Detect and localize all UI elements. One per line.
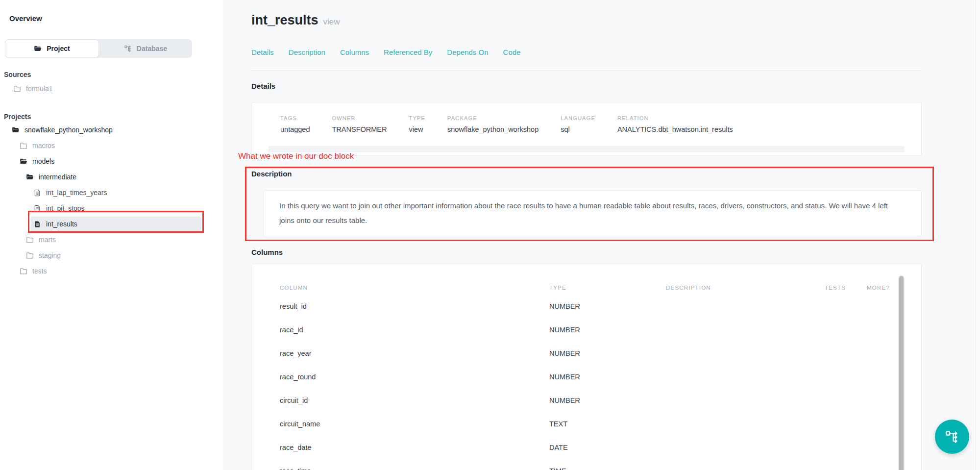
detail-field-value: view xyxy=(409,125,425,133)
tab-code[interactable]: Code xyxy=(503,48,521,56)
tree-item-macros[interactable]: macros xyxy=(0,138,223,153)
detail-field-language: LANGUAGEsql xyxy=(561,115,595,133)
column-name-cell: race_year xyxy=(280,349,549,357)
tree-item-intermediate[interactable]: intermediate xyxy=(0,169,223,185)
detail-field-value: untagged xyxy=(280,125,310,133)
folder-icon xyxy=(20,142,27,149)
folder-open-icon xyxy=(20,157,27,165)
projects-heading: Projects xyxy=(4,113,223,121)
tree-item-marts[interactable]: marts xyxy=(0,232,223,247)
detail-field-type: TYPEview xyxy=(409,115,425,133)
column-header-type: TYPE xyxy=(549,285,666,291)
tree-item-label: int_results xyxy=(46,220,77,228)
description-section-heading: Description xyxy=(251,170,292,178)
tab-columns[interactable]: Columns xyxy=(340,48,369,56)
table-row-race-year[interactable]: race_yearNUMBER xyxy=(252,342,921,365)
annotation-doc-block-label: What we wrote in our doc block xyxy=(238,151,354,161)
table-row-race-date[interactable]: race_dateDATE xyxy=(252,436,921,459)
detail-field-package: PACKAGEsnowflake_python_workshop xyxy=(447,115,539,133)
title-bar: int_results view xyxy=(251,13,340,28)
columns-table-body: result_idNUMBERrace_idNUMBERrace_yearNUM… xyxy=(252,295,921,470)
column-header-tests: TESTS xyxy=(825,285,867,291)
file-solid-icon xyxy=(34,221,41,228)
column-name-cell: result_id xyxy=(280,302,549,310)
columns-card: COLUMNTYPEDESCRIPTIONTESTSMORE? result_i… xyxy=(251,264,922,470)
table-row-result-id[interactable]: result_idNUMBER xyxy=(252,295,921,318)
tab-bar: DetailsDescriptionColumnsReferenced ByDe… xyxy=(251,48,520,56)
tree-item-label: formula1 xyxy=(26,85,52,93)
tree-item-label: int_pit_stops xyxy=(46,204,85,212)
column-name-cell: circuit_id xyxy=(280,396,549,404)
folder-icon xyxy=(26,236,34,244)
detail-field-relation: RELATIONANALYTICS.dbt_hwatson.int_result… xyxy=(617,115,733,133)
table-row-race-round[interactable]: race_roundNUMBER xyxy=(252,365,921,389)
table-row-race-time[interactable]: race_timeTIME xyxy=(252,459,921,470)
detail-field-label: OWNER xyxy=(332,115,387,121)
description-card: In this query we want to join out other … xyxy=(263,190,922,237)
column-type-cell: NUMBER xyxy=(549,396,666,404)
detail-field-label: TYPE xyxy=(409,115,425,121)
detail-field-owner: OWNERTRANSFORMER xyxy=(332,115,387,133)
sources-list: formula1 xyxy=(0,81,223,96)
folder-icon xyxy=(13,85,21,93)
lineage-graph-button[interactable] xyxy=(935,420,969,454)
table-row-race-id[interactable]: race_idNUMBER xyxy=(252,318,921,342)
tree-item-int-results[interactable]: int_results xyxy=(0,216,223,232)
tree-item-models[interactable]: models xyxy=(0,153,223,169)
tree-item-label: snowflake_python_workshop xyxy=(24,126,113,134)
details-fields: TAGSuntaggedOWNERTRANSFORMERTYPEviewPACK… xyxy=(252,102,921,133)
table-row-circuit-name[interactable]: circuit_nameTEXT xyxy=(252,412,921,436)
details-section-heading: Details xyxy=(251,82,275,90)
database-toggle-label: Database xyxy=(137,45,167,52)
overview-link[interactable]: Overview xyxy=(9,15,223,23)
project-toggle-button[interactable]: Project xyxy=(5,39,99,58)
tab-details[interactable]: Details xyxy=(251,48,274,56)
column-type-cell: NUMBER xyxy=(549,349,666,357)
page-scrollbar-track[interactable] xyxy=(976,0,980,470)
tab-depends-on[interactable]: Depends On xyxy=(447,48,488,56)
tree-item-label: intermediate xyxy=(39,173,76,181)
columns-scrollbar-thumb[interactable] xyxy=(899,276,904,470)
description-text: In this query we want to join out other … xyxy=(264,191,921,228)
detail-field-value: ANALYTICS.dbt_hwatson.int_results xyxy=(617,125,733,133)
tree-item-tests[interactable]: tests xyxy=(0,263,223,279)
column-header-column: COLUMN xyxy=(280,285,549,291)
folder-icon xyxy=(20,267,27,275)
tree-item-int-lap-times-years[interactable]: int_lap_times_years xyxy=(0,185,223,200)
dbt-docs-app: Overview Project Database Sources formul… xyxy=(0,0,980,470)
tree-item-label: int_lap_times_years xyxy=(46,189,107,197)
project-tree: snowflake_python_workshopmacrosmodelsint… xyxy=(0,122,223,279)
tree-item-formula1[interactable]: formula1 xyxy=(0,81,223,96)
folder-open-icon xyxy=(12,126,20,134)
column-name-cell: race_time xyxy=(280,467,549,470)
tree-item-label: staging xyxy=(39,251,61,259)
detail-field-value: snowflake_python_workshop xyxy=(447,125,539,133)
tab-divider xyxy=(251,70,922,71)
tree-item-label: macros xyxy=(32,142,55,149)
column-type-cell: DATE xyxy=(549,444,666,451)
view-toggle: Project Database xyxy=(5,39,192,58)
database-toggle-button[interactable]: Database xyxy=(99,39,192,58)
collapsed-row-strip xyxy=(269,146,905,152)
columns-scrollbar-track xyxy=(898,275,905,470)
project-toggle-label: Project xyxy=(47,45,70,52)
main-content: int_results view DetailsDescriptionColum… xyxy=(251,0,922,470)
detail-field-label: RELATION xyxy=(617,115,733,121)
detail-field-label: PACKAGE xyxy=(447,115,539,121)
tab-description[interactable]: Description xyxy=(289,48,325,56)
lineage-graph-icon xyxy=(945,429,959,444)
detail-field-value: TRANSFORMER xyxy=(332,125,387,133)
tree-item-snowflake-python-workshop[interactable]: snowflake_python_workshop xyxy=(0,122,223,138)
table-row-circuit-id[interactable]: circuit_idNUMBER xyxy=(252,389,921,412)
tree-item-int-pit-stops[interactable]: int_pit_stops xyxy=(0,200,223,216)
file-icon xyxy=(34,189,41,197)
column-name-cell: circuit_name xyxy=(280,420,549,428)
detail-field-label: TAGS xyxy=(280,115,310,121)
tree-item-staging[interactable]: staging xyxy=(0,247,223,263)
sidebar: Overview Project Database Sources formul… xyxy=(0,0,223,470)
columns-section-heading: Columns xyxy=(251,248,283,256)
page-title: int_results xyxy=(251,13,318,28)
tree-item-label: marts xyxy=(39,236,56,244)
tab-referenced-by[interactable]: Referenced By xyxy=(384,48,432,56)
tree-item-label: tests xyxy=(32,267,47,275)
